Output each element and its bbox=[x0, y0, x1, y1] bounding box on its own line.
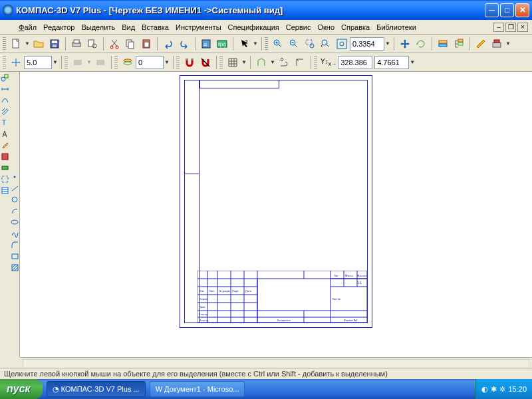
spec-icon[interactable] bbox=[0, 185, 10, 196]
mdi-close-button[interactable]: × bbox=[517, 23, 528, 32]
settings-button[interactable] bbox=[489, 37, 504, 51]
arc-icon[interactable] bbox=[10, 205, 20, 217]
state2-button[interactable] bbox=[93, 55, 108, 70]
paste-button[interactable] bbox=[139, 37, 154, 51]
measure2-icon[interactable] bbox=[0, 162, 10, 174]
zoom-in-button[interactable] bbox=[271, 37, 285, 51]
menu-tools[interactable]: Инструменты bbox=[176, 23, 221, 31]
ortho2-button[interactable] bbox=[293, 55, 307, 70]
dimension-icon[interactable] bbox=[0, 83, 10, 94]
select-icon[interactable] bbox=[0, 174, 10, 185]
undo-button[interactable] bbox=[161, 37, 176, 51]
zoom-out-button[interactable] bbox=[287, 37, 301, 51]
cursor-button[interactable]: ? bbox=[237, 37, 251, 51]
state-button[interactable] bbox=[70, 55, 85, 70]
step-dropdown[interactable]: ▼ bbox=[52, 59, 59, 65]
hatch-icon[interactable] bbox=[0, 106, 10, 117]
system-tray[interactable]: ◐ ✱ ✲ 15:20 bbox=[475, 379, 532, 399]
params-icon[interactable] bbox=[0, 151, 10, 162]
curve-icon[interactable] bbox=[0, 94, 10, 106]
menu-edit[interactable]: Редактор bbox=[43, 23, 74, 31]
ortho-dropdown[interactable]: ▼ bbox=[269, 59, 276, 65]
drawing-canvas[interactable]: Лит Масса Масштаб 1:1 Изм Лист № докум. … bbox=[20, 72, 532, 357]
new-button[interactable] bbox=[9, 37, 23, 51]
hatch2-icon[interactable] bbox=[10, 262, 20, 273]
cursor-dropdown[interactable]: ▼ bbox=[252, 41, 259, 47]
point-icon[interactable] bbox=[10, 172, 20, 183]
round-button[interactable]: .0 bbox=[277, 55, 291, 70]
coord-x-input[interactable] bbox=[338, 56, 372, 69]
tree-button[interactable] bbox=[452, 37, 466, 51]
zoom-value-input[interactable] bbox=[350, 37, 384, 51]
save-button[interactable] bbox=[47, 37, 62, 51]
close-button[interactable]: ✕ bbox=[515, 3, 529, 17]
grip-icon[interactable] bbox=[114, 56, 118, 69]
menu-insert[interactable]: Вставка bbox=[142, 23, 169, 31]
coord-dropdown[interactable]: ▼ bbox=[409, 59, 416, 65]
text-icon[interactable]: T bbox=[0, 117, 10, 128]
taskbar-item-word[interactable]: W Документ1 - Microso... bbox=[150, 381, 245, 397]
menu-service[interactable]: Сервис bbox=[286, 23, 311, 31]
menu-spec[interactable]: Спецификация bbox=[228, 23, 279, 31]
mdi-minimize-button[interactable]: – bbox=[493, 23, 504, 32]
compass-icon[interactable] bbox=[0, 128, 10, 140]
tray-icon[interactable]: ✲ bbox=[499, 385, 505, 394]
minimize-button[interactable]: ─ bbox=[485, 3, 499, 17]
grip-icon[interactable] bbox=[3, 37, 6, 51]
grip-icon[interactable] bbox=[219, 56, 223, 69]
pan-button[interactable] bbox=[398, 37, 412, 51]
fillet-icon[interactable] bbox=[10, 239, 20, 251]
print-button[interactable] bbox=[69, 37, 84, 51]
grid-button[interactable] bbox=[225, 55, 240, 70]
step-input[interactable] bbox=[24, 56, 52, 69]
refresh-button[interactable] bbox=[414, 37, 428, 51]
geometry-icon[interactable] bbox=[0, 72, 10, 83]
layer-dropdown[interactable]: ▼ bbox=[164, 59, 170, 65]
zoom-window-button[interactable] bbox=[303, 37, 317, 51]
zoom-fit-button[interactable] bbox=[334, 37, 349, 51]
ellipse-icon[interactable] bbox=[10, 217, 20, 228]
properties-button[interactable]: ≡ bbox=[199, 37, 213, 51]
circle-icon[interactable] bbox=[10, 194, 20, 205]
cut-button[interactable] bbox=[107, 37, 122, 51]
menu-view[interactable]: Вид bbox=[122, 23, 135, 31]
grip-icon[interactable] bbox=[314, 56, 317, 69]
ortho-button[interactable] bbox=[254, 55, 269, 70]
menu-file[interactable]: ФФайлайл bbox=[19, 23, 37, 31]
menu-window[interactable]: Окно bbox=[317, 23, 334, 31]
redo-button[interactable] bbox=[177, 37, 192, 51]
grid-dropdown[interactable]: ▼ bbox=[241, 59, 247, 65]
menu-help[interactable]: Справка bbox=[341, 23, 370, 31]
line-icon[interactable] bbox=[10, 183, 20, 194]
edit-icon[interactable] bbox=[0, 140, 10, 151]
tray-icon[interactable]: ◐ bbox=[481, 385, 488, 394]
settings-dropdown[interactable]: ▼ bbox=[505, 41, 511, 47]
magnet-on-button[interactable] bbox=[182, 55, 197, 70]
menu-select[interactable]: Выделить bbox=[81, 23, 115, 31]
copy-button[interactable] bbox=[123, 37, 138, 51]
open-button[interactable] bbox=[31, 37, 46, 51]
variables-button[interactable]: f(x) bbox=[215, 37, 229, 51]
taskbar-item-kompas[interactable]: ◔ КОМПАС-3D V7 Plus ... bbox=[47, 381, 146, 397]
rect-icon[interactable] bbox=[10, 251, 20, 262]
zoom-dropdown[interactable]: ▼ bbox=[384, 41, 391, 47]
coord-y-input[interactable] bbox=[374, 56, 409, 69]
spline-icon[interactable] bbox=[10, 228, 20, 239]
grip-icon[interactable] bbox=[265, 37, 268, 51]
new-dropdown[interactable]: ▼ bbox=[24, 41, 31, 47]
grip-icon[interactable] bbox=[65, 56, 68, 69]
preview-button[interactable] bbox=[85, 37, 100, 51]
layer-input[interactable] bbox=[136, 56, 164, 69]
magnet-off-button[interactable] bbox=[198, 55, 213, 70]
maximize-button[interactable]: □ bbox=[500, 3, 514, 17]
zoom-prev-button[interactable] bbox=[319, 37, 333, 51]
measure-button[interactable] bbox=[473, 37, 488, 51]
start-button[interactable]: пуск bbox=[0, 379, 43, 399]
layers2-button[interactable] bbox=[120, 55, 135, 70]
mdi-restore-button[interactable]: ❐ bbox=[505, 23, 516, 32]
grip-icon[interactable] bbox=[3, 56, 6, 69]
grip-icon[interactable] bbox=[176, 56, 180, 69]
state-dropdown[interactable]: ▼ bbox=[86, 59, 92, 65]
layers-button[interactable] bbox=[436, 37, 450, 51]
tray-icon[interactable]: ✱ bbox=[491, 385, 497, 394]
